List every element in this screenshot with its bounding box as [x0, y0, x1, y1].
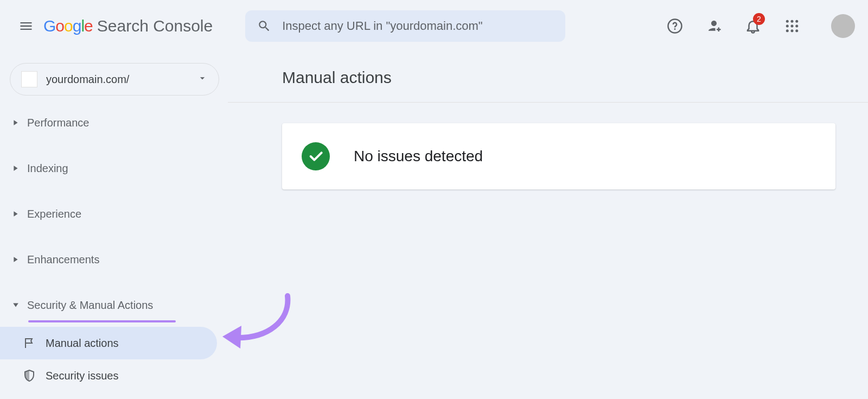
section-label: Indexing	[27, 162, 68, 175]
google-logo: Google	[43, 17, 93, 35]
notification-badge: 2	[753, 13, 765, 25]
sidebar-item-security-issues[interactable]: Security issues	[0, 359, 217, 392]
avatar[interactable]	[831, 14, 855, 38]
property-icon	[21, 71, 37, 87]
divider	[228, 102, 868, 103]
caret-down-icon	[12, 301, 20, 309]
search-icon	[257, 19, 271, 33]
svg-point-3	[786, 25, 789, 28]
svg-point-8	[795, 29, 798, 32]
flag-icon	[23, 337, 36, 350]
users-icon[interactable]	[703, 15, 725, 37]
help-icon[interactable]	[664, 15, 686, 37]
sidebar-item-manual-actions[interactable]: Manual actions	[0, 327, 217, 359]
shield-icon	[23, 369, 36, 382]
caret-right-icon	[12, 164, 20, 172]
svg-point-6	[786, 29, 789, 32]
notifications-icon[interactable]: 2	[742, 15, 764, 37]
page-title: Manual actions	[282, 68, 835, 87]
caret-right-icon	[12, 256, 20, 263]
svg-point-1	[791, 20, 794, 23]
property-selector[interactable]: yourdomain.com/	[10, 63, 219, 96]
logo: Google Search Console	[43, 17, 213, 35]
content: Manual actions No issues detected	[228, 52, 868, 399]
svg-point-2	[795, 20, 798, 23]
sidebar-section-performance[interactable]: Performance	[0, 106, 228, 139]
sidebar-section-indexing[interactable]: Indexing	[0, 152, 228, 185]
chevron-down-icon	[197, 73, 208, 86]
svg-point-5	[795, 25, 798, 28]
sidebar-item-label: Manual actions	[46, 337, 119, 350]
product-name: Search Console	[97, 17, 213, 35]
sidebar-section-enhancements[interactable]: Enhancements	[0, 243, 228, 276]
check-circle-icon	[302, 142, 330, 170]
sidebar: yourdomain.com/ Performance Indexing Exp…	[0, 52, 228, 399]
sidebar-section-security[interactable]: Security & Manual Actions	[0, 289, 228, 321]
section-label: Performance	[27, 117, 90, 129]
svg-point-7	[791, 29, 794, 32]
hamburger-menu-icon[interactable]	[13, 13, 39, 39]
property-label: yourdomain.com/	[46, 73, 197, 86]
header-actions: 2	[664, 14, 855, 38]
status-text: No issues detected	[354, 148, 483, 165]
section-label: Experience	[27, 208, 81, 220]
svg-point-4	[791, 25, 794, 28]
svg-point-0	[786, 20, 789, 23]
sidebar-section-experience[interactable]: Experience	[0, 198, 228, 230]
search-input[interactable]	[282, 19, 553, 33]
caret-right-icon	[12, 210, 20, 218]
sidebar-item-label: Security issues	[46, 370, 119, 382]
header: Google Search Console 2	[0, 0, 868, 52]
status-card: No issues detected	[282, 123, 835, 189]
section-label: Security & Manual Actions	[27, 299, 153, 312]
apps-icon[interactable]	[781, 15, 803, 37]
search-bar[interactable]	[245, 10, 565, 42]
caret-right-icon	[12, 119, 20, 126]
section-label: Enhancements	[27, 254, 99, 266]
